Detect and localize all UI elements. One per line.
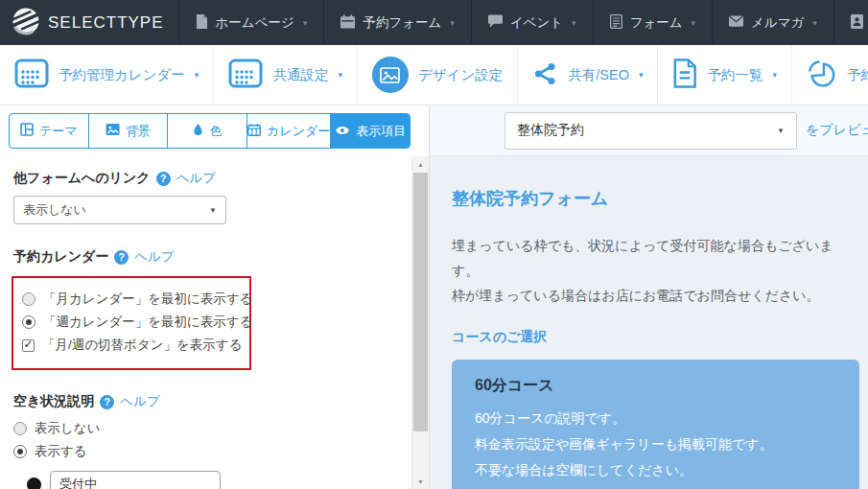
- form-description-line: 埋まっている枠でも、状況によって受付可能な場合もございます。: [452, 233, 854, 283]
- option-hide-availability: 表示しない: [13, 420, 406, 437]
- main-area: テーマ 背景 色 カレンダー 表示項目: [0, 105, 868, 489]
- course-description-line: 料金表示設定や画像ギャラリーも掲載可能です。: [475, 431, 836, 457]
- settings-content: 他フォームへのリンク ? ヘルプ 表示しない ▼ 予約カレンダー ? ヘルプ: [0, 149, 429, 489]
- radio-hide-availability[interactable]: [13, 422, 27, 435]
- chat-icon: [488, 14, 503, 31]
- option-label: 「月/週の切替ボタン」を表示する: [42, 337, 242, 354]
- selecttype-logo-icon: [12, 7, 40, 39]
- scrollbar-up-button[interactable]: ▲: [412, 156, 429, 172]
- top-navbar: SELECTTYPE ホームページ ▾ 予約フォーム ▾ イベント ▾ フォーム…: [0, 0, 868, 45]
- share-icon: [532, 61, 558, 89]
- preview-link[interactable]: をプレビュー: [806, 122, 868, 139]
- checkbox-month-week-toggle[interactable]: ✓: [22, 339, 35, 352]
- scrollbar-thumb[interactable]: [413, 173, 428, 431]
- pie-chart-icon: [807, 58, 837, 92]
- scrollbar-down-button[interactable]: ▼: [412, 474, 429, 489]
- chevron-down-icon: ▾: [195, 70, 199, 80]
- option-week-calendar-first: 「週カレンダー」を最初に表示する: [22, 314, 249, 331]
- nav-item-label: 予約フォーム: [363, 14, 441, 32]
- nav-item-label: メルマガ: [751, 14, 804, 32]
- calendar-icon: [340, 14, 355, 32]
- form-description: 埋まっている枠でも、状況によって受付可能な場合もございます。 枠が埋まっている場…: [452, 233, 854, 308]
- help-icon[interactable]: ?: [156, 172, 171, 186]
- nav-item-customers-members[interactable]: 顧客・メンバー ▾: [834, 0, 868, 45]
- calendar-grid-icon: [228, 58, 263, 91]
- other-form-link-select[interactable]: 表示しない ▼: [13, 196, 226, 224]
- section-title-text: 空き状況説明: [13, 393, 94, 410]
- toolbar-item-label: 予約統計: [847, 66, 868, 84]
- toolbar-item-reservation-list[interactable]: 予約一覧 ▾: [658, 45, 792, 105]
- section-title-other-form-link: 他フォームへのリンク ? ヘルプ: [13, 170, 406, 187]
- calendar-tab-icon: [247, 124, 261, 139]
- tab-label: テーマ: [39, 123, 78, 140]
- tab-display-items[interactable]: 表示項目: [331, 114, 410, 148]
- status-input[interactable]: [50, 471, 221, 489]
- tab-label: 背景: [126, 123, 151, 140]
- theme-icon: [20, 123, 34, 139]
- help-link[interactable]: ヘルプ: [176, 170, 216, 187]
- option-show-availability: 表示する: [13, 443, 406, 460]
- chevron-down-icon: ▾: [692, 18, 696, 28]
- toolbar-item-common-settings[interactable]: 共通設定 ▾: [214, 45, 358, 105]
- option-label: 表示する: [35, 443, 87, 460]
- course-title: 60分コース: [475, 376, 836, 396]
- toolbar-item-reservation-calendar[interactable]: 予約管理カレンダー ▾: [0, 45, 214, 105]
- toolbar-item-share-seo[interactable]: 共有/SEO ▾: [518, 45, 658, 105]
- nav-item-homepage[interactable]: ホームページ ▾: [179, 0, 325, 45]
- help-icon[interactable]: ?: [114, 250, 129, 265]
- preview-toolbar: 整体院予約 ▼ をプレビュー: [430, 105, 868, 156]
- toolbar-item-label: 予約管理カレンダー: [59, 66, 185, 84]
- select-value: 整体院予約: [517, 122, 584, 139]
- course-description: 60分コースの説明です。 料金表示設定や画像ギャラリーも掲載可能です。 不要な場…: [475, 406, 836, 483]
- radio-week-calendar[interactable]: [22, 315, 35, 329]
- nav-item-label: ホームページ: [216, 14, 294, 32]
- members-icon: [851, 14, 863, 32]
- availability-options: 表示しない 表示する: [13, 420, 406, 489]
- preview-form-select[interactable]: 整体院予約 ▼: [504, 112, 797, 150]
- nav-item-reservation-form[interactable]: 予約フォーム ▾: [324, 0, 471, 45]
- select-caret-icon: ▼: [209, 206, 217, 215]
- tab-color[interactable]: 色: [168, 114, 247, 148]
- radio-month-calendar[interactable]: [22, 292, 35, 306]
- chevron-down-icon: ▾: [450, 18, 455, 28]
- section-title-availability: 空き状況説明 ? ヘルプ: [13, 393, 406, 410]
- chevron-down-icon: ▾: [639, 70, 644, 80]
- tab-label: カレンダー: [267, 123, 330, 140]
- option-label: 「月カレンダー」を最初に表示する: [43, 291, 253, 308]
- toolbar-item-design-settings[interactable]: デザイン設定: [358, 45, 518, 105]
- form-title: 整体院予約フォーム: [452, 187, 854, 210]
- tab-theme[interactable]: テーマ: [10, 114, 89, 148]
- option-label: 「週カレンダー」を最初に表示する: [43, 314, 253, 331]
- calendar-grid-icon: [14, 58, 49, 91]
- toolbar-item-label: 共有/SEO: [568, 66, 629, 84]
- radio-show-availability[interactable]: [13, 445, 27, 458]
- chevron-down-icon: ▾: [338, 70, 342, 80]
- help-link[interactable]: ヘルプ: [134, 248, 174, 266]
- help-link[interactable]: ヘルプ: [120, 393, 159, 410]
- brand-logo[interactable]: SELECTTYPE: [0, 0, 179, 45]
- course-selection-label: コースのご選択: [452, 329, 854, 346]
- course-description-line: 60分コースの説明です。: [475, 406, 836, 431]
- nav-item-mail-magazine[interactable]: メルマガ ▾: [713, 0, 834, 45]
- chevron-down-icon: ▾: [812, 18, 817, 28]
- document-icon: [672, 58, 697, 91]
- brand-name: SELECTTYPE: [48, 13, 164, 33]
- tab-label: 色: [209, 123, 222, 140]
- background-image-icon: [106, 124, 120, 138]
- option-label: 表示しない: [35, 420, 100, 437]
- toolbar-item-reservation-stats[interactable]: 予約統計: [792, 45, 868, 105]
- eye-icon: [335, 124, 350, 138]
- course-card: 60分コース 60分コースの説明です。 料金表示設定や画像ギャラリーも掲載可能で…: [452, 360, 859, 489]
- black-dot-icon[interactable]: [27, 477, 41, 489]
- mail-icon: [729, 15, 743, 30]
- section-title-text: 予約カレンダー: [13, 248, 108, 266]
- toolbar-item-label: デザイン設定: [418, 66, 503, 84]
- tab-background[interactable]: 背景: [89, 114, 169, 148]
- nav-item-form[interactable]: フォーム ▾: [594, 0, 713, 45]
- option-month-week-toggle: ✓ 「月/週の切替ボタン」を表示する: [22, 337, 249, 354]
- left-panel-scrollbar[interactable]: ▲ ▼: [411, 156, 429, 489]
- help-icon[interactable]: ?: [100, 395, 114, 409]
- nav-item-event[interactable]: イベント ▾: [472, 0, 594, 45]
- course-description-line: 不要な場合は空欄にしてください。: [475, 457, 836, 483]
- tab-calendar[interactable]: カレンダー: [247, 114, 331, 148]
